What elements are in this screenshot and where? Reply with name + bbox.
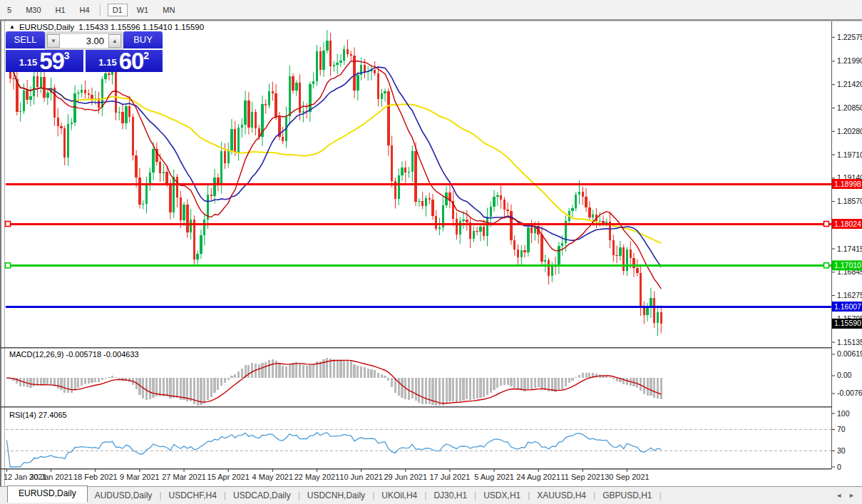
volume-increase-button[interactable]: ▲ <box>108 34 121 48</box>
candle-body <box>159 162 161 173</box>
time-tick-label: 27 Mar 2021 <box>162 473 206 481</box>
candle-body <box>636 268 638 273</box>
tab-scroll-left-icon[interactable]: ◄ <box>836 492 842 499</box>
time-tick-label: 22 May 2021 <box>294 473 340 481</box>
candle-body <box>575 195 577 208</box>
macd-bar <box>544 378 546 390</box>
symbol-tab-usdx[interactable]: USDX,H1 <box>476 490 528 500</box>
candle-body <box>329 41 332 66</box>
price-badge-label: 1.17010 <box>834 261 861 269</box>
macd-bar <box>350 361 352 378</box>
macd-bar <box>415 378 417 401</box>
candle-body <box>517 250 519 257</box>
macd-bar <box>176 378 178 398</box>
timeframe-button-5[interactable]: 5 <box>2 4 16 16</box>
candle-body <box>615 255 617 256</box>
macd-bar <box>237 371 240 378</box>
volume-decrease-button[interactable]: ▼ <box>47 34 60 48</box>
line-drag-handle[interactable] <box>6 263 11 268</box>
candle-body <box>404 168 406 173</box>
candle-body <box>282 137 284 141</box>
pane-separator[interactable] <box>0 468 831 470</box>
macd-bar <box>149 378 151 399</box>
macd-bar <box>289 364 291 378</box>
candle-body <box>339 61 342 63</box>
candle-body <box>486 217 488 237</box>
timeframe-button-d1[interactable]: D1 <box>108 4 128 16</box>
time-tick-label: 11 Sep 2021 <box>561 473 605 481</box>
symbol-tab-gbpusd[interactable]: GBPUSD,H1 <box>595 490 659 500</box>
symbol-tab-ukoil[interactable]: UKOil,H4 <box>374 490 424 500</box>
symbol-tab-audusd[interactable]: AUDUSD,Daily <box>88 490 160 500</box>
candle-body <box>421 201 424 206</box>
time-tick-label: 30 Sep 2021 <box>605 473 649 481</box>
price-tick-label: 1.21420 <box>837 80 862 88</box>
price-tick-label: 1.15135 <box>837 338 862 346</box>
timeframe-button-h4[interactable]: H4 <box>75 4 95 16</box>
candle-body <box>530 227 533 233</box>
candle-body <box>183 205 185 220</box>
pane-separator[interactable] <box>0 347 831 349</box>
buy-price-prefix: 1.15 <box>98 54 116 71</box>
symbol-tab-xauusd[interactable]: XAUUSD,H4 <box>530 490 593 500</box>
volume-input[interactable]: 3.00 <box>60 34 108 48</box>
candle-body <box>602 221 604 223</box>
macd-bar <box>578 375 580 378</box>
candle-body <box>571 208 573 211</box>
symbol-tab-usdchf[interactable]: USDCHF,H4 <box>162 490 224 500</box>
symbol-tab-eurusd[interactable]: EURUSD,Daily <box>7 485 88 503</box>
line-drag-handle[interactable] <box>6 222 11 227</box>
candle-body <box>425 198 427 206</box>
buy-price-box[interactable]: 1.15 60 2 <box>86 50 163 72</box>
candle-body <box>398 175 400 199</box>
macd-bar <box>224 378 226 383</box>
line-drag-handle[interactable] <box>824 263 829 268</box>
macd-bar <box>227 378 230 380</box>
symbol-tab-usdcad[interactable]: USDCAD,Daily <box>226 490 298 500</box>
pane-separator[interactable] <box>0 406 831 408</box>
candle-body <box>622 247 625 271</box>
line-drag-handle[interactable] <box>824 222 829 227</box>
macd-bar <box>63 378 66 393</box>
window-left-border <box>0 20 1 486</box>
candle-body <box>510 211 512 240</box>
candle-body <box>540 235 543 262</box>
candle-body <box>29 96 31 100</box>
macd-bar <box>339 360 342 378</box>
pane-left-border <box>4 20 5 486</box>
macd-bar <box>438 378 441 406</box>
macd-bar <box>299 364 301 378</box>
candle-body <box>149 173 151 184</box>
collapse-triangle-icon[interactable]: ▲ <box>9 24 15 31</box>
timeframe-button-h1[interactable]: H1 <box>51 4 71 16</box>
macd-bar <box>364 367 366 378</box>
price-badge-label: 1.15590 <box>834 319 861 327</box>
candle-body <box>36 76 39 88</box>
macd-bar <box>166 378 168 396</box>
price-tick-label: 1.22575 <box>837 33 862 41</box>
candle-body <box>612 240 615 255</box>
macd-bar <box>101 378 103 380</box>
macd-tick-label: -0.007621 <box>837 389 862 397</box>
symbol-tab-usdcnh[interactable]: USDCNH,Daily <box>300 490 372 500</box>
macd-bar <box>650 378 652 396</box>
timeframe-button-mn[interactable]: MN <box>158 4 180 16</box>
macd-bar <box>381 374 383 378</box>
macd-bar <box>213 378 215 393</box>
candle-body <box>523 250 525 252</box>
candle-body <box>643 307 645 316</box>
macd-bar <box>500 378 502 386</box>
candle-body <box>592 215 594 217</box>
symbol-tab-dj30[interactable]: DJ30,H1 <box>426 490 474 500</box>
tab-scroll-right-icon[interactable]: ► <box>848 492 855 499</box>
candle-body <box>203 220 205 235</box>
sell-price-box[interactable]: 1.15 59 3 <box>6 50 83 72</box>
timeframe-button-w1[interactable]: W1 <box>132 4 154 16</box>
macd-bar <box>268 360 270 378</box>
chart-canvas[interactable]: 1.225751.219901.214201.208501.202801.197… <box>0 0 862 504</box>
timeframe-button-m30[interactable]: M30 <box>21 4 46 16</box>
candle-body <box>176 177 178 197</box>
macd-bar <box>77 378 79 388</box>
macd-bar <box>203 378 205 403</box>
candle-body <box>121 112 123 123</box>
